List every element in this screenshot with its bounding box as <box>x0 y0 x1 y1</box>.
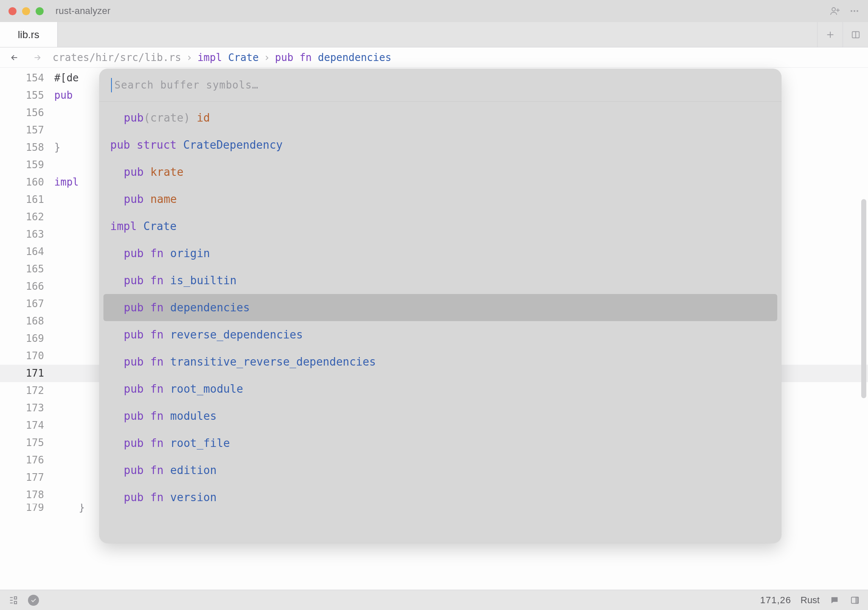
line-number: 167 <box>0 295 54 313</box>
line-number: 177 <box>0 469 54 486</box>
line-number: 161 <box>0 191 54 208</box>
language-mode[interactable]: Rust <box>801 595 820 606</box>
diagnostics-ok-icon[interactable] <box>28 595 39 606</box>
symbol-row[interactable]: pub(crate) id <box>99 104 782 131</box>
nav-forward-button[interactable] <box>30 50 45 65</box>
line-number: 156 <box>0 104 54 122</box>
svg-point-5 <box>857 10 858 12</box>
line-number: 173 <box>0 399 54 417</box>
tab-label: lib.rs <box>18 29 39 41</box>
zoom-icon[interactable] <box>36 7 44 15</box>
feedback-icon[interactable] <box>829 595 840 606</box>
svg-point-3 <box>851 10 852 12</box>
line-number: 179 <box>0 504 54 513</box>
line-number: 175 <box>0 434 54 452</box>
symbol-row[interactable]: pub struct CrateDependency <box>99 131 782 158</box>
svg-point-0 <box>832 8 835 11</box>
line-number: 172 <box>0 382 54 399</box>
symbol-row[interactable]: pub fn origin <box>99 240 782 267</box>
symbol-list[interactable]: pub(crate) idpub struct CrateDependencyp… <box>99 102 782 543</box>
line-number: 162 <box>0 208 54 226</box>
right-panel-icon[interactable] <box>849 595 860 606</box>
line-gutter: 1541551561571581591601611621631641651661… <box>0 68 54 590</box>
text-cursor <box>111 78 112 92</box>
svg-rect-10 <box>14 596 17 599</box>
scrollbar-thumb[interactable] <box>861 199 866 398</box>
nav-back-button[interactable] <box>7 50 22 65</box>
split-pane-button[interactable] <box>843 22 868 47</box>
symbol-row[interactable]: pub name <box>99 186 782 213</box>
breadcrumb-trail[interactable]: crates/hir/src/lib.rs › impl Crate › pub… <box>53 52 391 64</box>
cursor-position[interactable]: 171,26 <box>760 595 791 606</box>
symbol-row[interactable]: pub fn modules <box>99 402 782 430</box>
tab-lib-rs[interactable]: lib.rs <box>0 22 58 47</box>
statusbar: 171,26 Rust <box>0 590 868 610</box>
line-number: 176 <box>0 452 54 469</box>
symbol-row[interactable]: pub fn edition <box>99 457 782 484</box>
breadcrumb-path: crates/hir/src/lib.rs <box>53 52 181 64</box>
svg-rect-11 <box>14 601 17 604</box>
line-number: 174 <box>0 417 54 434</box>
svg-point-4 <box>854 10 855 12</box>
window-title: rust-analyzer <box>56 6 830 17</box>
line-number: 159 <box>0 156 54 174</box>
new-tab-button[interactable] <box>817 22 843 47</box>
symbol-row[interactable]: pub krate <box>99 158 782 186</box>
symbol-row[interactable]: pub fn root_file <box>99 430 782 457</box>
line-number: 164 <box>0 243 54 261</box>
chevron-right-icon: › <box>186 52 192 64</box>
line-number: 169 <box>0 330 54 347</box>
symbol-row[interactable]: impl Crate <box>99 213 782 240</box>
symbol-row[interactable]: pub fn reverse_dependencies <box>99 321 782 348</box>
line-number: 171 <box>0 365 54 382</box>
symbol-row[interactable]: pub fn transitive_reverse_dependencies <box>99 348 782 375</box>
minimize-icon[interactable] <box>22 7 30 15</box>
line-number: 178 <box>0 486 54 504</box>
breadcrumb: crates/hir/src/lib.rs › impl Crate › pub… <box>0 47 868 68</box>
window-controls <box>8 7 44 15</box>
line-number: 168 <box>0 313 54 330</box>
line-number: 155 <box>0 87 54 104</box>
line-number: 166 <box>0 278 54 295</box>
line-number: 160 <box>0 174 54 191</box>
symbol-search-input[interactable] <box>114 79 770 92</box>
line-number: 163 <box>0 226 54 243</box>
tabbar: lib.rs <box>0 22 868 47</box>
line-number: 157 <box>0 122 54 139</box>
line-number: 170 <box>0 347 54 365</box>
symbol-row[interactable]: pub fn version <box>99 484 782 511</box>
project-panel-icon[interactable] <box>8 595 19 606</box>
collaborate-icon[interactable] <box>830 6 840 16</box>
line-number: 158 <box>0 139 54 156</box>
symbol-row[interactable]: pub fn dependencies <box>103 294 777 321</box>
line-number: 165 <box>0 261 54 278</box>
more-icon[interactable] <box>849 6 860 16</box>
symbol-search[interactable] <box>99 69 782 102</box>
chevron-right-icon: › <box>264 52 270 64</box>
svg-rect-13 <box>856 597 858 603</box>
symbol-row[interactable]: pub fn root_module <box>99 375 782 402</box>
symbol-row[interactable]: pub fn is_builtin <box>99 267 782 294</box>
line-number: 154 <box>0 69 54 87</box>
close-icon[interactable] <box>8 7 17 15</box>
symbol-picker: pub(crate) idpub struct CrateDependencyp… <box>99 69 782 543</box>
titlebar: rust-analyzer <box>0 0 868 22</box>
